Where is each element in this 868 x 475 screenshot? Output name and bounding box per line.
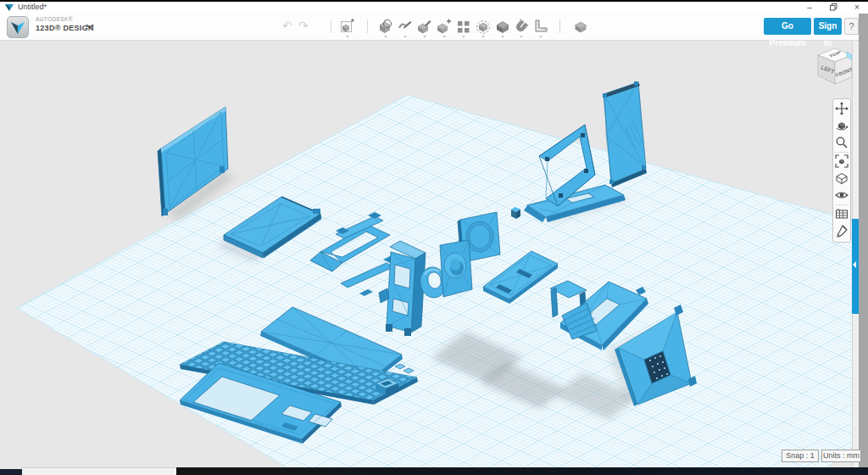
zoom-icon[interactable] [835,136,849,149]
restore-icon[interactable] [824,2,843,13]
toolbar-separator [367,20,368,33]
sign-in-button[interactable]: Sign In [814,18,842,35]
zoom-fit-icon[interactable] [835,154,849,168]
visibility-eye-icon[interactable] [835,188,849,202]
redo-icon[interactable]: ↷ [298,18,309,33]
dropdown-caret[interactable] [481,36,485,38]
taskbar-segment [176,467,868,475]
brand-autodesk: AUTODESK® [36,17,94,23]
combine-icon[interactable] [495,19,510,34]
nav-separator [835,204,849,205]
part-fan-plate[interactable] [440,240,472,297]
help-button[interactable]: ? [844,18,859,35]
window-title: Untitled* [18,3,47,11]
spline-icon[interactable] [398,19,413,34]
minimize-icon[interactable]: – [800,2,819,13]
window-right-edge [859,14,868,469]
orbit-icon[interactable] [835,119,849,132]
insert-primitive-icon[interactable] [340,19,355,34]
dropdown-caret[interactable] [423,36,426,38]
material-brush-icon[interactable] [835,224,849,238]
units-setting[interactable]: Units : mm [821,450,861,462]
undo-icon[interactable]: ↶ [282,18,292,33]
dropdown-caret[interactable] [462,36,465,38]
window-bottom-strip [22,467,176,475]
flyout-arrow-icon [853,261,856,268]
toolbar-separator [331,20,331,33]
app-icon [5,3,14,12]
nav-separator [835,152,849,153]
pattern-icon[interactable] [456,19,471,34]
construct-icon[interactable] [437,19,452,34]
dropdown-caret[interactable] [501,36,504,38]
dropdown-caret[interactable] [539,36,542,38]
3d-print-icon[interactable] [573,19,588,34]
dropdown-caret[interactable] [442,36,446,38]
grid-display-icon[interactable] [835,207,849,221]
view-cube[interactable]: TOP LEFT FRONT [812,45,858,92]
magnet-snap-icon[interactable] [514,19,529,34]
group-icon[interactable] [476,19,491,34]
viewport-3d[interactable] [0,41,853,469]
app-logo[interactable] [7,16,29,38]
sketch-icon[interactable] [378,19,393,34]
measure-icon[interactable] [533,19,548,34]
chevron-down-icon[interactable] [85,23,95,30]
go-premium-button[interactable]: Go Premium [764,18,811,35]
pan-icon[interactable] [835,102,849,115]
dropdown-caret[interactable] [403,36,407,38]
window-titlebar: Untitled* – × [0,2,868,14]
dropdown-caret[interactable] [346,36,349,38]
snap-setting[interactable]: Snap : 1 [782,450,819,462]
main-toolbar [0,14,868,41]
view-box-icon[interactable] [835,171,849,185]
dropdown-caret[interactable] [384,36,387,38]
dropdown-caret[interactable] [520,36,523,38]
taskbar-left-segment [0,469,22,475]
extrude-icon[interactable] [417,19,432,34]
toolbar-separator [559,20,560,33]
close-icon[interactable]: × [848,2,866,13]
ground-grid [17,95,853,469]
